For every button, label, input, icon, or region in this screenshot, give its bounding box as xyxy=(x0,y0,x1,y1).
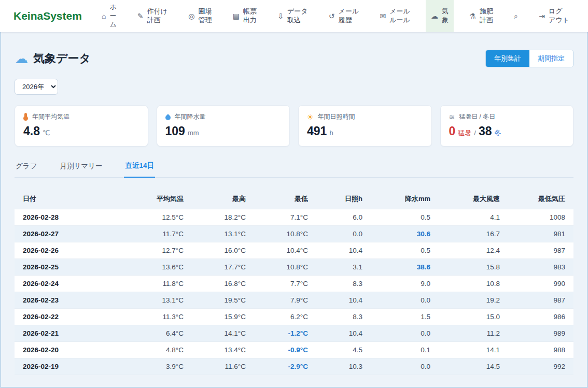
card-value: 109mm xyxy=(165,124,282,138)
card-value-seg: 491 xyxy=(307,124,327,138)
stat-card-sunshine: ☀年間日照時間491h xyxy=(298,105,432,147)
nav-item-logout[interactable]: ⇥ログ アウト xyxy=(534,0,575,32)
nav-item-label: データ 取込 xyxy=(287,7,308,25)
table-body: 2026-02-2812.5°C18.2°C7.1°C6.00.54.11008… xyxy=(15,209,573,375)
nav-item-field-management[interactable]: ◎圃場 管理 xyxy=(183,0,217,32)
logout-icon: ⇥ xyxy=(539,12,545,20)
value-cell: 989 xyxy=(508,325,573,342)
toggle-yearly[interactable]: 年別集計 xyxy=(486,50,529,67)
nav-item-home[interactable]: ⌂ホ ー ム xyxy=(96,0,122,32)
table-row: 2026-02-2513.6°C17.7°C10.8°C3.138.615.89… xyxy=(15,259,573,276)
value-cell: 0.0 xyxy=(371,325,439,342)
value-cell: 11.8°C xyxy=(129,276,192,292)
download-icon: ⇩ xyxy=(277,12,284,20)
value-cell: 11.2 xyxy=(439,325,508,342)
value-cell: 10.8 xyxy=(439,276,508,292)
value-cell: 0.5 xyxy=(371,209,439,226)
table-row: 2026-02-2711.7°C13.1°C10.8°C0.030.616.79… xyxy=(15,226,573,242)
table-header-row: 日付平均気温最高最低日照h降水mm最大風速最低気圧 xyxy=(15,189,573,209)
nav-item-mail-rules[interactable]: ✉メール ルール xyxy=(374,0,415,32)
weather-table: 日付平均気温最高最低日照h降水mm最大風速最低気圧 2026-02-2812.5… xyxy=(15,189,573,375)
value-cell: 0.0 xyxy=(371,358,439,375)
column-header: 日付 xyxy=(15,189,129,209)
toggle-period[interactable]: 期間指定 xyxy=(529,50,573,67)
sun-icon: ☀ xyxy=(307,113,314,121)
value-cell: 13.1°C xyxy=(192,226,254,242)
tab-recent-14days[interactable]: 直近14日 xyxy=(124,161,155,178)
value-cell: 6.0 xyxy=(316,209,371,226)
table-row: 2026-02-2411.8°C16.8°C7.7°C8.39.010.8990 xyxy=(15,276,573,292)
search-icon: ⌕ xyxy=(514,12,518,20)
value-cell: 1.5 xyxy=(371,309,439,325)
value-cell: 986 xyxy=(508,309,573,325)
card-value-seg: ℃ xyxy=(43,129,50,137)
nav-item-label: 帳票 出力 xyxy=(243,7,257,25)
value-cell: 3.9°C xyxy=(129,358,192,375)
card-label: 猛暑日 / 冬日 xyxy=(459,112,495,121)
cloud-icon: ☁ xyxy=(431,12,438,20)
nav-item-label: 圃場 管理 xyxy=(198,7,212,25)
card-value-seg: 109 xyxy=(165,124,185,138)
value-cell: 10.4°C xyxy=(254,242,316,259)
nav-item-weather[interactable]: ☁気 象 xyxy=(426,0,454,32)
year-row: 2026年 xyxy=(15,79,573,95)
location-icon: ◎ xyxy=(188,12,194,20)
value-cell: 14.1°C xyxy=(192,325,254,342)
value-cell: 13.6°C xyxy=(129,259,192,276)
value-cell: 7.1°C xyxy=(254,209,316,226)
value-cell: 18.2°C xyxy=(192,209,254,226)
column-header: 最高 xyxy=(192,189,254,209)
date-cell: 2026-02-24 xyxy=(15,276,129,292)
nav-item-mail-history[interactable]: ↺メール 履歴 xyxy=(324,0,364,32)
value-cell: 15.0 xyxy=(439,309,508,325)
value-cell: 15.8 xyxy=(439,259,508,276)
home-icon: ⌂ xyxy=(102,12,106,20)
date-cell: 2026-02-28 xyxy=(15,209,129,226)
page-title: 気象データ xyxy=(33,51,91,66)
nav-item-search[interactable]: ⌕ xyxy=(509,0,523,32)
document-icon: ▤ xyxy=(233,12,240,20)
value-cell: -1.2°C xyxy=(254,325,316,342)
nav-item-label: 施肥 計画 xyxy=(480,7,493,25)
value-cell: 981 xyxy=(508,226,573,242)
page-head: ☁ 気象データ 年別集計期間指定 xyxy=(15,50,573,67)
value-cell: 1008 xyxy=(508,209,573,226)
tab-monthly-summary[interactable]: 月別サマリー xyxy=(59,161,103,177)
brand-logo[interactable]: KeinaSystem xyxy=(13,10,82,22)
main-content: ☁ 気象データ 年別集計期間指定 2026年 年間平均気温4.8℃年間降水量10… xyxy=(0,50,588,375)
column-header: 最低 xyxy=(254,189,316,209)
value-cell: 988 xyxy=(508,342,573,358)
column-header: 最大風速 xyxy=(439,189,508,209)
history-icon: ↺ xyxy=(329,12,335,20)
table-row: 2026-02-2211.3°C15.9°C6.2°C8.31.515.0986 xyxy=(15,309,573,325)
table-wrap: 日付平均気温最高最低日照h降水mm最大風速最低気圧 2026-02-2812.5… xyxy=(15,189,573,375)
value-cell: 0.0 xyxy=(371,292,439,309)
card-value: 4.8℃ xyxy=(23,124,139,138)
value-cell: 987 xyxy=(508,292,573,309)
card-label: 年間降水量 xyxy=(175,112,206,121)
year-select[interactable]: 2026年 xyxy=(15,79,58,95)
stat-card-rainfall: 年間降水量109mm xyxy=(157,105,290,147)
nav-item-fertilizer-plan[interactable]: ⚗施肥 計画 xyxy=(464,0,498,32)
card-label-row: ☀年間日照時間 xyxy=(307,112,423,121)
value-cell: 16.8°C xyxy=(192,276,254,292)
value-cell: 3.1 xyxy=(316,259,371,276)
value-cell: 11.3°C xyxy=(129,309,192,325)
value-cell: 7.7°C xyxy=(254,276,316,292)
card-value-seg: / xyxy=(474,129,476,137)
nav-item-planting-plan[interactable]: ✎作付け 計画 xyxy=(132,0,173,32)
nav-item-data-import[interactable]: ⇩データ 取込 xyxy=(272,0,313,32)
value-cell: 14.1 xyxy=(439,342,508,358)
date-cell: 2026-02-25 xyxy=(15,259,129,276)
stat-card-hot-cold-days: ≋猛暑日 / 冬日0猛暑/38冬 xyxy=(440,105,574,147)
value-cell: 10.8°C xyxy=(254,259,316,276)
nav-item-label: メール ルール xyxy=(389,7,410,25)
value-cell: 12.7°C xyxy=(129,242,192,259)
table-row: 2026-02-2812.5°C18.2°C7.1°C6.00.54.11008 xyxy=(15,209,573,226)
nav-item-report-output[interactable]: ▤帳票 出力 xyxy=(228,0,262,32)
card-value-seg: 0 xyxy=(449,124,456,138)
card-value: 491h xyxy=(307,124,423,138)
value-cell: 992 xyxy=(508,358,573,375)
value-cell: 13.1°C xyxy=(129,292,192,309)
tab-graph[interactable]: グラフ xyxy=(15,161,38,177)
